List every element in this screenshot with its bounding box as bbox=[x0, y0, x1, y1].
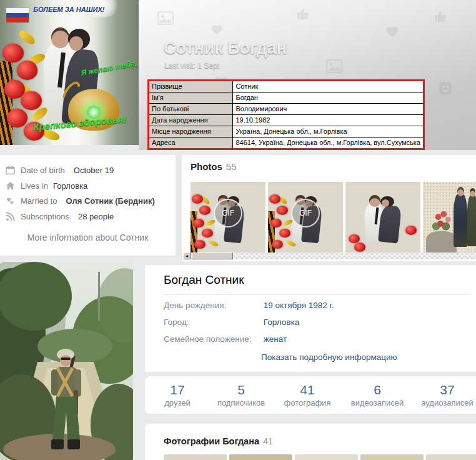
id-label: Місце народження bbox=[149, 126, 233, 138]
divider bbox=[164, 294, 470, 295]
photo-strip-thumb[interactable] bbox=[229, 454, 292, 460]
counter-photos[interactable]: 41 фотография bbox=[272, 382, 342, 408]
photo-strip-thumb[interactable] bbox=[295, 454, 358, 460]
field-label: Date of birth bbox=[21, 166, 65, 175]
profile-collage-photo[interactable]: БОЛЕЕМ ЗА НАШИХ! Я желаю тебе, Крепкого … bbox=[0, 0, 139, 145]
gif-badge: GIF bbox=[214, 199, 242, 228]
soldier-photo[interactable] bbox=[0, 262, 133, 460]
table-row: По батькові Володимирович bbox=[149, 104, 424, 115]
red-carnation bbox=[17, 61, 37, 79]
field-value[interactable]: Горловка bbox=[53, 181, 87, 191]
vk-field-label: День рождения: bbox=[164, 301, 261, 310]
vk-field-value-link[interactable]: Горловка bbox=[264, 318, 299, 327]
id-value: 84614, Україна, Донецька обл., м.Горлівк… bbox=[233, 138, 424, 149]
field-label: Subscriptions bbox=[21, 212, 69, 221]
red-carnation bbox=[7, 109, 27, 128]
photo-thumbnail-3[interactable] bbox=[345, 182, 420, 252]
vk-field-label: Семейное положение: bbox=[164, 334, 261, 344]
id-label: Прізвище bbox=[149, 81, 233, 92]
horizontal-scrollbar[interactable]: ◄ bbox=[183, 252, 476, 259]
field-label: Married to bbox=[21, 196, 57, 206]
field-value: October 19 bbox=[74, 166, 114, 175]
vk-field-label: Город: bbox=[164, 318, 261, 327]
red-carnation bbox=[2, 44, 23, 62]
table-row: Адреса 84614, Україна, Донецька обл., м.… bbox=[149, 138, 424, 149]
counter-audios[interactable]: 37 аудиозаписей bbox=[412, 382, 476, 408]
counter-value: 37 bbox=[412, 382, 476, 398]
vk-field-birthday: День рождения: 19 октября 1982 г. bbox=[164, 301, 334, 310]
russian-flag-icon bbox=[6, 8, 29, 24]
bottom-photos-count: 41 bbox=[263, 436, 273, 446]
counter-videos[interactable]: 6 видеозаписей bbox=[342, 382, 412, 408]
photos-section-title: Photos55 bbox=[191, 161, 237, 172]
id-label: Дата народження bbox=[149, 115, 233, 126]
counter-label: фотография bbox=[272, 398, 342, 408]
gif-badge: GIF bbox=[291, 199, 320, 228]
bottom-photos-title[interactable]: Фотографии Богдана41 bbox=[164, 436, 273, 446]
vk-field-city: Город: Горловка bbox=[164, 318, 299, 327]
gold-leaf bbox=[17, 29, 37, 47]
hearts-icon bbox=[6, 196, 15, 206]
id-label: По батькові bbox=[149, 104, 233, 115]
bottom-photos-title-text: Фотографии Богдана bbox=[164, 436, 259, 446]
wedding-scene: БОЛЕЕМ ЗА НАШИХ! Я желаю тебе, Крепкого … bbox=[0, 0, 139, 145]
composite-screenshot: { "colors": { "vk_link": "#2a5885", "red… bbox=[0, 0, 476, 460]
counter-followers[interactable]: 5 подписчиков bbox=[210, 382, 272, 408]
counter-value: 6 bbox=[342, 382, 412, 398]
calendar-icon bbox=[6, 166, 15, 175]
home-icon bbox=[6, 181, 15, 191]
vk-field-marital-status: Семейное положение: женат bbox=[164, 334, 287, 344]
vk-field-value-link[interactable]: 19 октября 1982 г. bbox=[264, 301, 334, 310]
groom-head bbox=[51, 28, 69, 48]
photos-section: Photos55 GIF GIF bbox=[182, 155, 476, 261]
id-value: Сотник bbox=[233, 81, 424, 92]
profile-info-card: Date of birth October 19 Lives in Горлов… bbox=[0, 155, 176, 256]
counter-value: 17 bbox=[145, 382, 210, 398]
photos-count: 55 bbox=[226, 161, 237, 172]
photos-title-text: Photos bbox=[191, 161, 222, 172]
vk-counters-card: 17 друзей 5 подписчиков 41 фотография 6 … bbox=[145, 376, 476, 414]
identity-table: Прізвище Сотник Ім'я Богдан По батькові … bbox=[147, 79, 425, 150]
rss-icon bbox=[6, 212, 15, 221]
scrollbar-thumb[interactable] bbox=[192, 252, 233, 259]
bottom-photos-card: Фотографии Богдана41 bbox=[145, 424, 476, 460]
soldier-scene bbox=[0, 262, 133, 460]
smiley-icon bbox=[439, 81, 452, 98]
photo-strip-thumb[interactable] bbox=[360, 454, 424, 460]
field-married-to: Married to Оля Сотник (Бердник) bbox=[6, 196, 155, 206]
id-label: Адреса bbox=[149, 138, 233, 149]
field-value[interactable]: Оля Сотник (Бердник) bbox=[66, 196, 155, 206]
vk-profile-name: Богдан Сотник bbox=[164, 273, 244, 287]
photo-thumbnail-4[interactable] bbox=[423, 182, 476, 252]
vk-field-value-link[interactable]: женат bbox=[264, 334, 287, 344]
heart-icon bbox=[385, 25, 399, 40]
id-label: Ім'я bbox=[149, 92, 233, 104]
table-row: Дата народження 19.10.1982 bbox=[149, 115, 424, 126]
counter-friends[interactable]: 17 друзей bbox=[145, 382, 210, 408]
counter-label: друзей bbox=[145, 398, 210, 408]
photo-thumbnail-gif-1[interactable]: GIF bbox=[191, 182, 265, 252]
photo-strip-thumb[interactable] bbox=[426, 454, 476, 460]
more-information-link[interactable]: More information about Сотник bbox=[0, 232, 176, 242]
st-george-ribbon bbox=[0, 61, 12, 145]
collage-banner-text: БОЛЕЕМ ЗА НАШИХ! bbox=[33, 6, 104, 13]
field-value[interactable]: 28 people bbox=[78, 212, 114, 221]
field-lives-in: Lives in Горловка bbox=[6, 181, 87, 191]
heart-icon bbox=[211, 24, 223, 38]
id-value: Богдан bbox=[233, 92, 424, 104]
counter-value: 5 bbox=[210, 382, 272, 398]
red-carnation bbox=[21, 91, 41, 110]
photo-thumbnail-gif-2[interactable]: GIF bbox=[268, 182, 343, 252]
counter-label: аудиозаписей bbox=[412, 398, 476, 408]
counter-value: 41 bbox=[272, 382, 342, 398]
scroll-left-button[interactable]: ◄ bbox=[183, 252, 191, 259]
counter-label: видеозаписей bbox=[342, 398, 412, 408]
photo-strip-thumb[interactable] bbox=[164, 454, 227, 460]
thumbs-up-icon bbox=[432, 9, 447, 26]
show-detailed-info-link[interactable]: Показать подробную информацию bbox=[261, 352, 397, 362]
id-value: 19.10.1982 bbox=[233, 115, 424, 126]
table-row: Місце народження Україна, Донецька обл.,… bbox=[149, 126, 424, 138]
thumbs-up-icon bbox=[295, 6, 310, 24]
picture-icon bbox=[326, 59, 342, 76]
picture-icon bbox=[157, 11, 174, 28]
